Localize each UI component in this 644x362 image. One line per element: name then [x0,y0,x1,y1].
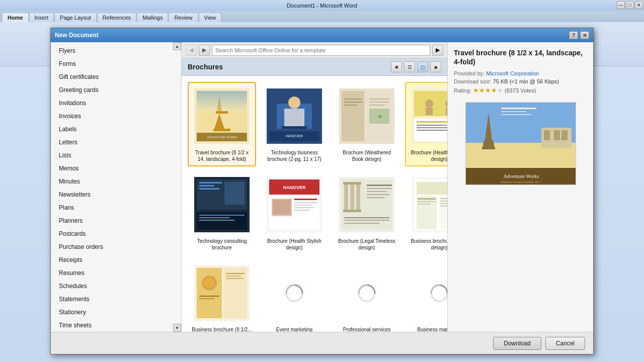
tab-view[interactable]: View [199,13,222,22]
sidebar-scroll-down[interactable]: ▼ [173,324,181,332]
preview-download-size: Download size: 75 KB (<1 min @ 56 Kbps) [454,78,587,84]
svg-rect-110 [544,130,550,140]
sidebar-scroll-up[interactable]: ▲ [173,42,181,50]
sidebar-item-schedules[interactable]: Schedules [51,280,181,293]
svg-rect-58 [294,210,309,211]
nav-back-button[interactable]: ◀ [186,45,197,56]
section-header: Brochures ◾ ☰ ◻ ■ [182,58,447,76]
sidebar-item-flyers[interactable]: Flyers [51,44,181,57]
view-controls: ◾ ☰ ◻ ■ [391,61,441,72]
svg-rect-94 [226,276,241,277]
sidebar-item-postcards[interactable]: Postcards [51,227,181,240]
preview-rating: Rating: ★★★★★ (6373 Votes) [454,86,587,94]
view-btn-2[interactable]: ☰ [404,61,415,72]
svg-rect-79 [418,198,436,200]
svg-rect-40 [199,182,222,184]
svg-rect-69 [367,194,389,195]
template-label-tech: Technology business brochure (2-pg, 11 x… [264,149,325,162]
sidebar-item-lists[interactable]: Lists [51,149,181,162]
svg-rect-83 [440,201,447,202]
sidebar-item-stationery[interactable]: Stationery [51,306,181,319]
svg-rect-64 [343,182,361,185]
sidebar-item-newsletters[interactable]: Newsletters [51,188,181,201]
sidebar-item-greeting-cards[interactable]: Greeting cards [51,83,181,97]
svg-rect-57 [294,207,314,208]
sidebar-item-labels[interactable]: Labels [51,123,181,136]
download-size-value: 75 KB (<1 min @ 56 Kbps) [493,78,559,84]
svg-rect-112 [561,130,568,140]
dialog-body: ▲ Flyers Forms Gift certificates Greetin… [51,42,593,332]
restore-button[interactable]: □ [626,1,634,9]
tab-references[interactable]: References [97,13,136,22]
svg-rect-80 [418,201,436,202]
rating-stars: ★★★★ [473,86,497,94]
template-item-business-level[interactable]: Business brochure (Level design) [405,170,447,255]
tab-home[interactable]: Home [2,13,29,22]
dialog-footer: Download Cancel [51,332,593,354]
template-item-professional-services[interactable]: Professional services [333,259,401,332]
svg-rect-46 [199,217,229,218]
svg-text:🌿: 🌿 [378,115,382,119]
sidebar-item-resumes[interactable]: Resumes [51,266,181,280]
svg-rect-93 [226,273,245,274]
sidebar-item-invoices[interactable]: Invoices [51,110,181,123]
tab-page-layout[interactable]: Page Layout [54,13,97,22]
view-btn-3[interactable]: ◻ [417,61,428,72]
template-item-tech-business[interactable]: HANOVER Technology business brochure (2-… [260,82,329,166]
view-btn-4[interactable]: ■ [430,61,441,72]
template-label-biz-half: Business brochure (8 1/2... [192,326,252,332]
sidebar-item-planners[interactable]: Planners [51,214,181,227]
minimize-button[interactable]: — [617,1,625,9]
svg-rect-6 [197,91,247,111]
tab-mailings[interactable]: Mailings [137,13,168,22]
search-input[interactable] [212,45,430,56]
template-item-legal-timeless[interactable]: Brochure (Legal Timeless design) [333,170,401,255]
template-item-weathered-book[interactable]: 🌿 Brochure (Weathered Book design) [333,82,401,166]
sidebar-item-receipts[interactable]: Receipts [51,253,181,266]
template-thumb-business-level [409,174,447,235]
sidebar-item-plans[interactable]: Plans [51,201,181,214]
sidebar-item-memos[interactable]: Memos [51,162,181,175]
preview-image: Adventure Works America is not a nation,… [465,102,576,185]
svg-rect-108 [501,114,531,115]
svg-text:Adventure Works: Adventure Works [503,173,538,179]
template-label-business-marketing: Business marketing [417,326,447,332]
search-go-button[interactable]: ▶ [432,45,443,56]
sidebar-item-letters[interactable]: Letters [51,136,181,149]
template-item-biz-half[interactable]: Business brochure (8 1/2... [188,259,256,332]
svg-rect-32 [446,108,447,115]
view-btn-1[interactable]: ◾ [391,61,402,72]
svg-rect-70 [367,197,384,198]
template-item-event-marketing[interactable]: Event marketing [260,259,329,332]
template-item-travel-brochure[interactable]: ADVENTURE WORKS Travel brochure (8 1/2 x… [188,82,256,166]
dialog-close-button[interactable]: ✕ [580,31,589,39]
template-item-health-modern[interactable]: Brochure (Health Modern design) [405,82,447,166]
svg-rect-53 [273,200,291,215]
rating-label: Rating: [454,87,471,94]
sidebar-item-gift-certificates[interactable]: Gift certificates [51,70,181,83]
svg-rect-67 [367,188,392,189]
sidebar-item-purchase-orders[interactable]: Purchase orders [51,240,181,253]
nav-forward-button[interactable]: ▶ [199,45,210,56]
template-item-business-marketing[interactable]: Business marketing [405,259,447,332]
tab-review[interactable]: Review [169,13,198,22]
svg-rect-37 [417,130,447,131]
cancel-button[interactable]: Cancel [545,337,585,350]
sidebar-item-minutes[interactable]: Minutes [51,175,181,188]
template-thumb-tech: HANOVER [264,86,325,146]
download-button[interactable]: Download [493,337,541,350]
close-word-button[interactable]: ✕ [635,1,643,9]
svg-rect-77 [417,196,437,229]
provided-by-value: Microsoft Corporation [486,70,539,76]
tab-insert[interactable]: Insert [29,13,54,22]
sidebar-item-invitations[interactable]: Invitations [51,97,181,110]
template-item-tech-consulting[interactable]: Technology consulting brochure [188,170,256,255]
sidebar-item-forms[interactable]: Forms [51,57,181,70]
template-item-health-stylish[interactable]: HANOVER [260,170,329,255]
sidebar-item-statements[interactable]: Statements [51,293,181,306]
svg-rect-72 [344,220,389,221]
svg-rect-91 [199,296,219,297]
sidebar-item-time-sheets[interactable]: Time sheets [51,319,181,332]
dialog-help-button[interactable]: ? [569,31,578,39]
svg-rect-20 [344,102,362,103]
